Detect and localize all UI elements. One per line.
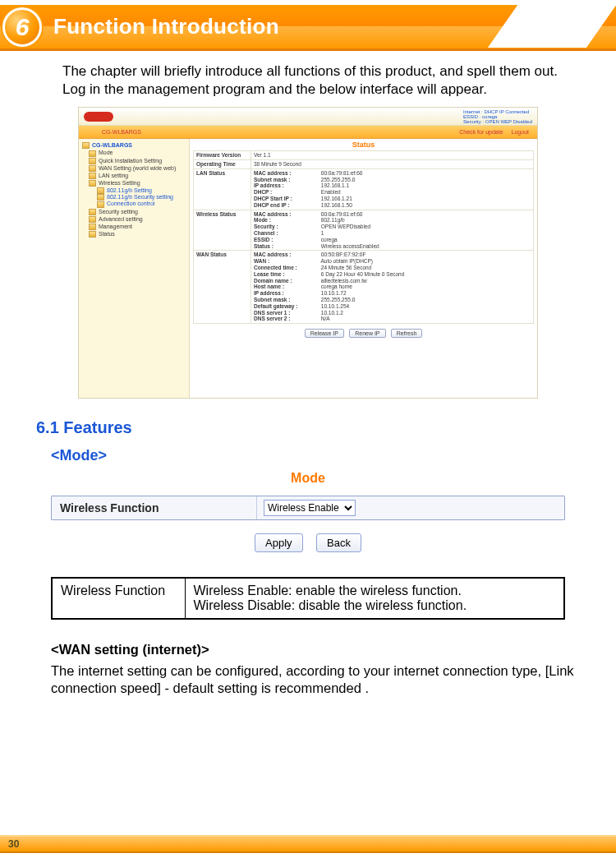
wan-body: The internet setting can be configured, … xyxy=(51,662,580,698)
nav-subitem[interactable]: 802.11g/b Security setting xyxy=(97,194,186,201)
nav-item[interactable]: WAN Setting (world wide web) xyxy=(89,165,186,172)
apply-button[interactable]: Apply xyxy=(255,533,303,552)
desc-col2: Wireless Enable: enable the wireless fun… xyxy=(185,578,564,619)
nav-tree: CG-WLBARGS Mode Quick Installation Setti… xyxy=(79,139,190,398)
nav-item[interactable]: Security setting xyxy=(89,209,186,215)
nav-item[interactable]: Management xyxy=(89,224,186,230)
chapter-number-badge: 6 xyxy=(2,7,42,47)
nav-subitem[interactable]: Connection control xyxy=(97,201,186,207)
nav-item[interactable]: Mode xyxy=(89,150,186,156)
orangebar-logout[interactable]: Logout xyxy=(512,129,529,135)
nav-item[interactable]: LAN setting xyxy=(89,173,186,179)
status-title: Status xyxy=(193,141,534,149)
wireless-function-select[interactable]: Wireless EnableWireless Disable xyxy=(264,500,356,516)
page-number: 30 xyxy=(8,838,19,850)
wireless-function-label: Wireless Function xyxy=(52,496,257,519)
mode-panel: Mode Wireless Function Wireless EnableWi… xyxy=(51,471,565,552)
orangebar-update[interactable]: Check for update xyxy=(459,129,503,135)
intro-paragraph: The chapter will briefly introduce all f… xyxy=(62,62,580,99)
nav-item[interactable]: Wireless Setting xyxy=(89,180,186,187)
page-footer: 30 xyxy=(0,835,616,853)
orangebar-left: CG-WLBARGS xyxy=(102,129,141,135)
corega-logo xyxy=(84,112,113,122)
desc-col1: Wireless Function xyxy=(52,578,185,619)
nav-root[interactable]: CG-WLBARGS xyxy=(82,142,186,149)
section-features-heading: 6.1 Features xyxy=(36,418,616,437)
chapter-header: 6 Function Introduction xyxy=(0,5,616,51)
wan-heading: <WAN setting (internet)> xyxy=(51,641,580,658)
status-table: Firmware VersionVer 1.1Operating Time38 … xyxy=(193,150,534,324)
renew-ip-button[interactable]: Renew IP xyxy=(349,329,385,338)
nav-item[interactable]: Quick Installation Setting xyxy=(89,158,186,164)
mode-heading: <Mode> xyxy=(51,447,616,464)
release-ip-button[interactable]: Release IP xyxy=(305,329,344,338)
nav-item[interactable]: Status xyxy=(89,231,186,238)
mode-description-table: Wireless Function Wireless Enable: enabl… xyxy=(51,577,565,620)
nav-item[interactable]: Advanced setting xyxy=(89,216,186,223)
mode-panel-title: Mode xyxy=(51,471,565,486)
nav-subitem[interactable]: 802.11g/b Setting xyxy=(97,187,186,194)
back-button[interactable]: Back xyxy=(316,533,361,552)
status-screenshot: Internet : DHCP IP Connected ESSID : cor… xyxy=(78,107,538,399)
chapter-title: Function Introduction xyxy=(53,14,279,39)
top-status-text: Internet : DHCP IP Connected ESSID : cor… xyxy=(463,109,532,124)
refresh-button[interactable]: Refresh xyxy=(391,329,423,338)
